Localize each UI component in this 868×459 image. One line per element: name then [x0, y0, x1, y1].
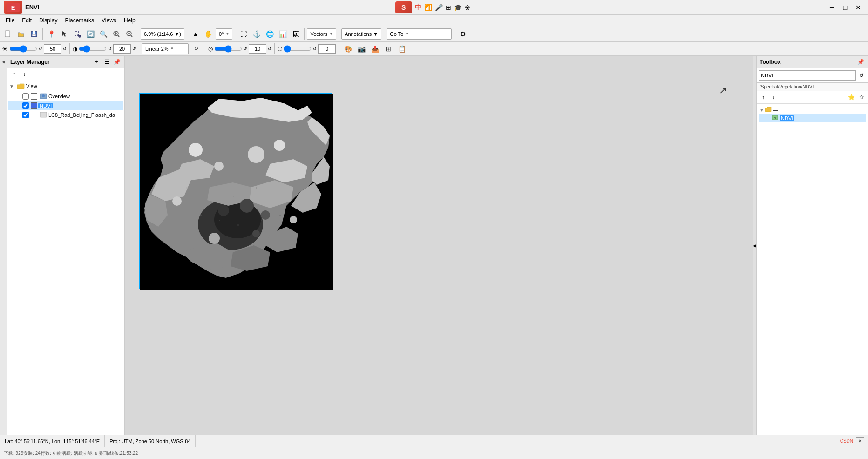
vectors-dropdown[interactable]: Vectors ▼	[307, 28, 336, 40]
menu-views[interactable]: Views	[98, 16, 120, 25]
zoom-value: 6.9% (1:14.6 ▼)	[144, 31, 181, 37]
toolbox-folder-icon	[765, 107, 772, 113]
toolbox-favorite-empty-button[interactable]: ☆	[857, 93, 866, 102]
svg-rect-44	[765, 108, 771, 112]
toolbox-up-button[interactable]: ↑	[759, 93, 768, 102]
right-collapse[interactable]: ◀	[753, 56, 756, 435]
tree-overview-node[interactable]: Overview	[8, 91, 123, 101]
anchor-button[interactable]: ⚓	[251, 28, 263, 40]
zoom-in-button[interactable]	[110, 28, 122, 40]
select-button[interactable]	[58, 28, 70, 40]
annotations-dropdown[interactable]: Annotations ▼	[341, 28, 381, 40]
stretch-value: Linear 2%	[145, 46, 169, 52]
toolbox-ndvi-node[interactable]: N NDVI	[759, 114, 866, 122]
lm-down-button[interactable]: ↓	[20, 69, 29, 79]
lm-menu-button[interactable]: ☰	[102, 57, 111, 67]
colors-button[interactable]: 🎨	[342, 43, 354, 55]
maximize-button[interactable]: □	[839, 2, 851, 13]
open-file-button[interactable]	[15, 28, 27, 40]
toolbox-actions: ↑ ↓ ⭐ ☆	[757, 91, 868, 104]
chart-button[interactable]: 📊	[277, 28, 289, 40]
layers-button[interactable]: 📋	[396, 43, 408, 55]
csdn-link[interactable]: CSDN	[840, 439, 853, 444]
move-button[interactable]: ⛶	[237, 28, 250, 40]
photo-button[interactable]: 📷	[355, 43, 367, 55]
refresh-contrast-icon: ↺	[108, 47, 112, 51]
brand-mic-icon: 🎤	[435, 4, 443, 11]
rotation-dropdown[interactable]: 0° ▼	[216, 28, 232, 40]
tree-view-node[interactable]: ▼ View	[8, 81, 123, 91]
bottom-info: 下载: 929安装: 24行数: 功能活跃: 活跃功能: ≤ 界面/线条:21:…	[0, 447, 142, 459]
refresh-button[interactable]: 🔄	[84, 28, 96, 40]
placemark-button[interactable]: 📍	[45, 28, 57, 40]
toolbox-root-node[interactable]: ▼ —	[759, 106, 866, 114]
overview-checkbox[interactable]	[22, 93, 29, 100]
sharpness-input[interactable]: 10	[249, 44, 266, 54]
menu-help[interactable]: Help	[120, 16, 139, 25]
transparency-group: ⬡ ↺ 0	[278, 44, 336, 54]
goto-arrow: ▼	[405, 32, 409, 36]
lm-add-button[interactable]: +	[92, 57, 101, 67]
sharpness-slider[interactable]	[214, 45, 242, 53]
svg-rect-35	[186, 187, 188, 189]
goto-dropdown[interactable]: Go To ▼	[387, 28, 452, 40]
zoom-out-button[interactable]	[123, 28, 136, 40]
lm-pin-button[interactable]: 📌	[112, 57, 122, 67]
titlebar-brand: S 中 📶 🎤 ⊞ 🎓 ❀	[395, 1, 470, 14]
statusbar-close-button[interactable]: ✕	[856, 437, 864, 446]
ndvi-checkbox[interactable]	[22, 102, 29, 109]
zoom-dropdown[interactable]: 6.9% (1:14.6 ▼)	[141, 28, 184, 40]
geoloc-button[interactable]: 🌐	[264, 28, 276, 40]
view-label: View	[26, 83, 37, 89]
layer-manager-title: Layer Manager	[10, 59, 50, 65]
zoom-rect-button[interactable]	[71, 28, 83, 40]
contrast-input[interactable]: 20	[113, 44, 131, 54]
contrast-slider[interactable]	[79, 45, 107, 53]
toolbox-search-input[interactable]	[759, 70, 856, 81]
tree-ndvi-node[interactable]: NDVI	[8, 101, 123, 110]
close-button[interactable]: ✕	[852, 2, 864, 13]
lc8-checkbox[interactable]	[22, 112, 29, 118]
view-expand-icon: ▼	[9, 84, 16, 89]
toolbox-down-button[interactable]: ↓	[769, 93, 778, 102]
export-button[interactable]: 📤	[369, 43, 381, 55]
lm-up-button[interactable]: ↑	[9, 69, 19, 79]
cursor-indicator: ↗	[719, 85, 727, 96]
lc8-color-icon	[31, 112, 37, 118]
image-button[interactable]: 🖼	[290, 28, 302, 40]
settings-button[interactable]: ⚙	[457, 28, 469, 40]
toolbox-favorite-button[interactable]: ⭐	[847, 93, 856, 102]
layer-tree: ▼ View Overview NDVI	[7, 80, 124, 435]
side-tab-item[interactable]: ▶	[0, 58, 7, 67]
minimize-button[interactable]: ─	[826, 2, 838, 13]
pan-button[interactable]: ✋	[203, 28, 215, 40]
toolbox-search-refresh-button[interactable]: ↺	[857, 71, 866, 80]
titlebar-controls: ─ □ ✕	[826, 2, 864, 13]
pan-up-button[interactable]: ▲	[190, 28, 202, 40]
transparency-slider[interactable]	[284, 45, 312, 53]
stretch-refresh-button[interactable]: ↺	[190, 43, 202, 55]
annotations-label: Annotations ▼	[345, 31, 378, 37]
menu-placemarks[interactable]: Placemarks	[61, 16, 98, 25]
refresh2-icon: ↺	[63, 47, 67, 51]
menu-display[interactable]: Display	[35, 16, 61, 25]
magnify-button[interactable]: 🔍	[97, 28, 109, 40]
menu-edit[interactable]: Edit	[18, 16, 35, 25]
toolbox-pin-button[interactable]: 📌	[856, 57, 865, 67]
stretch-dropdown[interactable]: Linear 2% ▼	[142, 43, 189, 54]
transparency-input[interactable]: 0	[318, 44, 336, 54]
grid-button[interactable]: ⊞	[382, 43, 394, 55]
map-view[interactable]: ↗	[125, 56, 753, 435]
menu-file[interactable]: File	[2, 16, 18, 25]
brightness-group: ☀ ↺ 50 ↺	[2, 44, 67, 54]
brightness-input[interactable]: 50	[44, 44, 61, 54]
toolbox-header: Toolbox 📌	[757, 56, 868, 68]
toolbox-title: Toolbox	[760, 59, 781, 65]
svg-point-31	[240, 199, 254, 213]
new-file-button[interactable]	[2, 28, 14, 40]
app-icon: E	[4, 1, 22, 14]
save-button[interactable]	[28, 28, 40, 40]
ndvi-visualization	[140, 94, 333, 290]
brightness-slider[interactable]	[9, 45, 37, 53]
tree-lc8-node[interactable]: LC8_Rad_Beijing_Flaash_da	[8, 110, 123, 120]
